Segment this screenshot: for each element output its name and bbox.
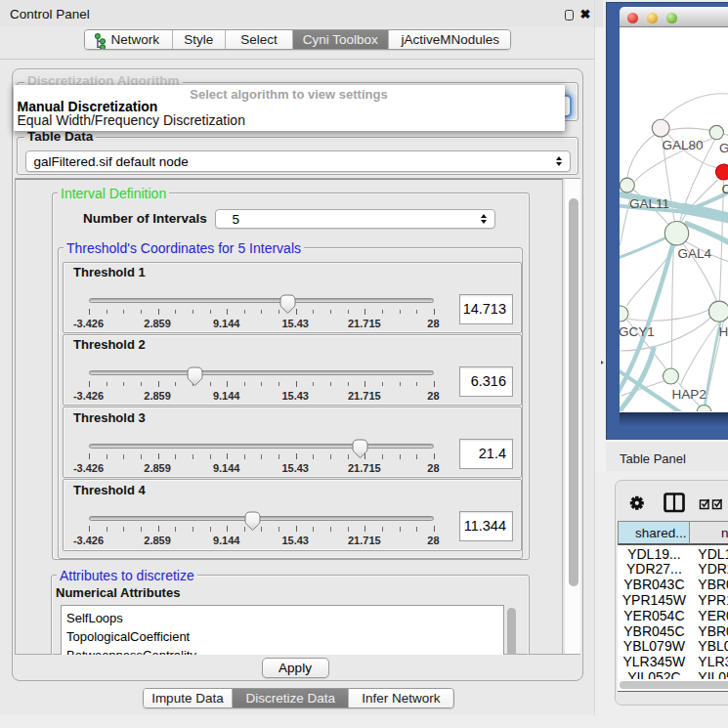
svg-text:GAL11: GAL11	[628, 196, 668, 211]
svg-text:HI: HI	[718, 324, 728, 339]
svg-text:GA: GA	[719, 141, 728, 155]
svg-text:GCY1: GCY1	[620, 324, 655, 339]
svg-text:GAL4: GAL4	[677, 246, 711, 261]
svg-text:C: C	[721, 182, 728, 196]
svg-text:HAP2: HAP2	[671, 387, 706, 402]
svg-text:GAL80: GAL80	[662, 138, 703, 152]
